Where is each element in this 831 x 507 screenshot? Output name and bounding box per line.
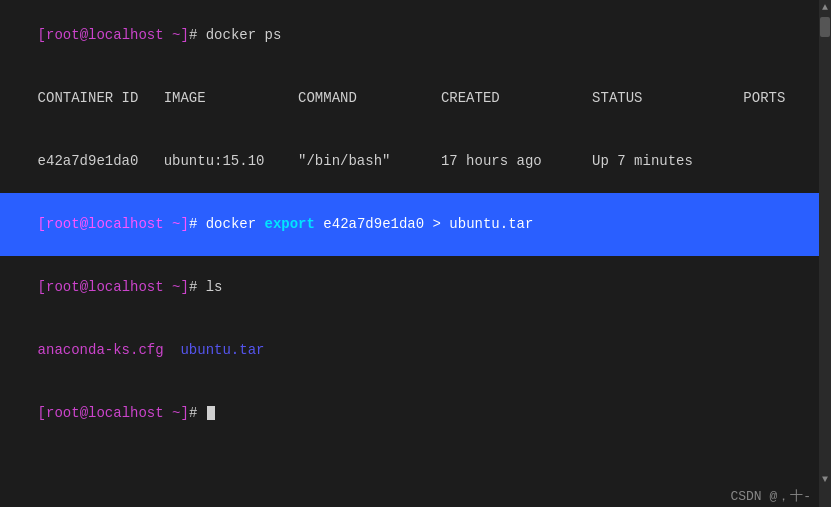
scroll-thumb[interactable] — [820, 17, 830, 37]
line-docker-ps: [root@localhost ~]# docker ps — [0, 4, 831, 67]
hl-tilde: ~ — [164, 216, 181, 232]
prompt-host: localhost — [88, 27, 164, 43]
scrollbar[interactable]: ▲ ▼ — [819, 0, 831, 507]
hl-host: localhost — [88, 216, 164, 232]
prompt-bracket-close: ] — [180, 27, 188, 43]
file-space — [164, 342, 181, 358]
final-bracket-close: ] — [180, 405, 188, 421]
ls-cmd: ls — [197, 279, 222, 295]
final-bracket-open: [ — [38, 405, 46, 421]
line-docker-export: [root@localhost ~]# docker export e42a7d… — [0, 193, 831, 256]
bottom-bar-text: CSDN @，十- — [730, 489, 811, 504]
ls-prompt-tilde: ~ — [164, 279, 181, 295]
scroll-up-arrow[interactable]: ▲ — [822, 0, 828, 15]
hl-args: e42a7d9e1da0 > ubuntu.tar — [315, 216, 533, 232]
header-container-id: CONTAINER ID IMAGE COMMAND CREATED STATU… — [38, 90, 831, 106]
hl-at: @ — [80, 216, 88, 232]
container-id: e42a7d9e1da0 ubuntu:15.10 "/bin/bash" 17… — [38, 153, 831, 169]
prompt-root: root — [46, 27, 80, 43]
bottom-bar: CSDN @，十- — [722, 485, 819, 507]
line-header: CONTAINER ID IMAGE COMMAND CREATED STATU… — [0, 67, 831, 130]
hl-docker-word: docker — [197, 216, 264, 232]
final-hash: # — [189, 405, 206, 421]
ls-prompt-bracket-close: ] — [180, 279, 188, 295]
terminal: [root@localhost ~]# docker ps CONTAINER … — [0, 0, 831, 507]
hl-root: root — [46, 216, 80, 232]
final-at: @ — [80, 405, 88, 421]
cmd-docker-ps: docker ps — [197, 27, 281, 43]
final-tilde: ~ — [164, 405, 181, 421]
final-host: localhost — [88, 405, 164, 421]
hl-export-keyword: export — [265, 216, 315, 232]
prompt-at: @ — [80, 27, 88, 43]
file-ubuntu-tar: ubuntu.tar — [180, 342, 264, 358]
ls-prompt-at: @ — [80, 279, 88, 295]
hl-bracket-open: [ — [38, 216, 46, 232]
scroll-down-arrow[interactable]: ▼ — [822, 472, 828, 487]
line-ls-output: anaconda-ks.cfg ubuntu.tar — [0, 318, 831, 381]
final-root: root — [46, 405, 80, 421]
ls-prompt-host: localhost — [88, 279, 164, 295]
cursor — [207, 406, 215, 420]
ls-prompt-bracket-open: [ — [38, 279, 46, 295]
ls-prompt-root: root — [46, 279, 80, 295]
line-ls: [root@localhost ~]# ls — [0, 256, 831, 319]
hl-bracket-close: ] — [180, 216, 188, 232]
line-data-row: e42a7d9e1da0 ubuntu:15.10 "/bin/bash" 17… — [0, 130, 831, 193]
line-final-prompt: [root@localhost ~]# — [0, 381, 831, 444]
prompt-bracket-open: [ — [38, 27, 46, 43]
prompt-space: ~ — [164, 27, 181, 43]
file-anaconda: anaconda-ks.cfg — [38, 342, 164, 358]
